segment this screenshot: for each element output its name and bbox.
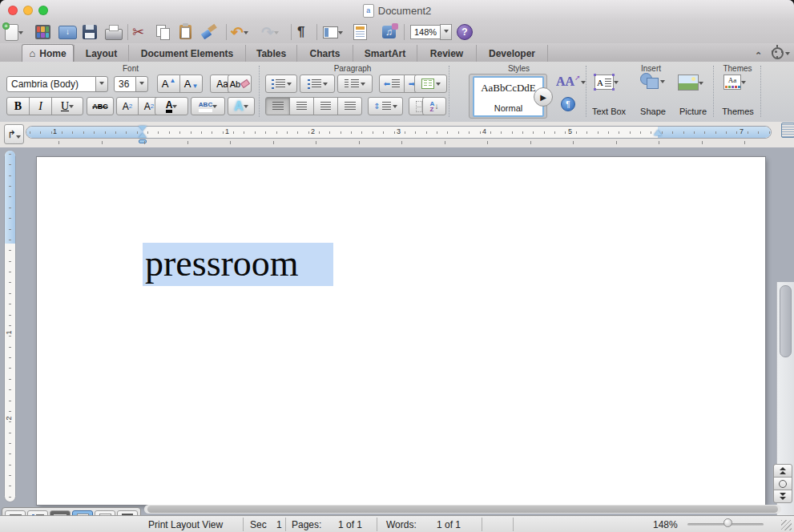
sort-button[interactable]: A Z ↓ [422, 97, 446, 115]
zoom-dropdown[interactable] [440, 24, 452, 40]
tab-developer[interactable]: Developer [476, 45, 548, 62]
media-browser-button[interactable]: ♫ [382, 22, 396, 42]
styles-expander-button[interactable]: ▶ [534, 87, 553, 107]
underline-button[interactable]: U [51, 97, 83, 115]
ruler-row: ↱ 1 1 2 3 4 5 7 [0, 122, 794, 147]
gallery-button[interactable] [35, 22, 50, 42]
collapse-ribbon-button[interactable]: ⌃ [755, 47, 762, 62]
view-mode-status[interactable]: Print Layout View [148, 516, 223, 532]
decrease-indent-button[interactable]: ⬅ [379, 75, 405, 93]
tab-tables[interactable]: Tables [245, 45, 296, 62]
cut-button[interactable]: ✂ [132, 22, 144, 42]
themes-button[interactable]: Aa [723, 75, 746, 90]
split-window-icon[interactable] [781, 123, 794, 138]
justify-button[interactable] [337, 97, 362, 115]
tab-review[interactable]: Review [417, 45, 476, 62]
font-family-value[interactable]: Cambria (Body) [6, 76, 96, 92]
zoom-percentage[interactable]: 148% [653, 516, 678, 532]
align-right-button[interactable] [313, 97, 338, 115]
superscript-button[interactable]: A2 [116, 97, 139, 115]
hanging-indent-marker[interactable] [139, 133, 147, 138]
format-painter-button[interactable] [202, 22, 216, 42]
text-effect-styles-button[interactable]: AA➚ [556, 75, 586, 89]
document-elements-button[interactable] [353, 22, 367, 42]
horizontal-ruler[interactable]: 1 1 2 3 4 5 7 [26, 126, 772, 139]
shape-button[interactable] [639, 73, 665, 89]
strikethrough-button[interactable]: ABC [87, 97, 114, 115]
ribbon-settings-button[interactable] [772, 47, 790, 59]
line-spacing-button[interactable]: ⇕ [368, 97, 403, 115]
toolbar-separator [404, 24, 405, 40]
pages-value[interactable]: 1 of 1 [338, 516, 362, 532]
font-size-value[interactable]: 36 [114, 76, 136, 92]
previous-page-button[interactable] [773, 464, 792, 478]
toolbar-separator [127, 24, 128, 40]
bullets-icon [272, 79, 274, 89]
copy-button[interactable] [156, 22, 169, 42]
save-button[interactable] [83, 22, 97, 42]
zoom-value[interactable]: 148% [410, 25, 441, 39]
manage-styles-button[interactable]: ¶ [561, 97, 575, 111]
document-page[interactable]: pressroom [37, 157, 765, 505]
next-page-button[interactable] [773, 490, 792, 503]
font-size-dropdown[interactable] [135, 76, 148, 92]
print-button[interactable] [105, 22, 123, 42]
ruler-number: 1 [225, 127, 229, 135]
bold-button[interactable]: B [6, 97, 30, 115]
grow-font-button[interactable]: A▲ [157, 75, 180, 93]
first-line-indent-marker[interactable] [139, 126, 147, 131]
sidebar-view-button[interactable] [323, 22, 343, 42]
font-color-button[interactable]: A [155, 97, 188, 115]
multilevel-list-button[interactable] [337, 75, 373, 93]
numbering-button[interactable] [300, 75, 335, 93]
tab-document-elements[interactable]: Document Elements [128, 45, 245, 62]
align-left-icon [272, 102, 284, 111]
toolbar-separator [226, 24, 227, 40]
help-button[interactable]: ? [457, 22, 473, 42]
right-indent-marker[interactable] [654, 130, 662, 135]
text-effects-button[interactable]: A [228, 97, 255, 115]
text-selection[interactable]: pressroom [143, 243, 333, 286]
text-box-button[interactable]: A [594, 75, 619, 90]
tab-layout[interactable]: Layout [74, 45, 128, 62]
words-label: Words: [386, 516, 417, 532]
select-browse-object-button[interactable] [773, 477, 792, 490]
align-left-button[interactable] [265, 97, 290, 115]
tab-home[interactable]: ⌂Home [22, 44, 74, 62]
clear-formatting-button[interactable]: Ab [228, 75, 252, 93]
italic-button[interactable]: I [29, 97, 52, 115]
align-center-button[interactable] [289, 97, 314, 115]
double-down-arrow-icon [780, 493, 786, 496]
words-value[interactable]: 1 of 1 [437, 516, 461, 532]
highlight-button[interactable]: ABC [191, 97, 225, 115]
redo-button[interactable]: ↷ [261, 22, 279, 42]
undo-button[interactable]: ↶ [231, 22, 248, 42]
shrink-font-button[interactable]: A▼ [179, 75, 203, 93]
resize-grip[interactable] [781, 520, 792, 530]
ruler-number: 2 [311, 127, 315, 135]
paste-button[interactable] [179, 22, 191, 42]
justify-icon [345, 102, 356, 111]
vertical-ruler[interactable]: 1 2 [4, 150, 16, 502]
themes-icon: Aa [723, 75, 741, 90]
zoom-slider-knob[interactable] [723, 518, 732, 527]
horizontal-scrollbar-thumb[interactable] [147, 506, 778, 513]
vertical-scrollbar-thumb[interactable] [780, 285, 792, 357]
new-document-button[interactable]: + [5, 22, 23, 42]
tab-stop-selector[interactable]: ↱ [4, 124, 24, 144]
font-size-combo[interactable]: 36 [114, 76, 148, 92]
double-up-arrow-icon [780, 467, 786, 470]
ruler-number: 4 [482, 127, 486, 135]
font-family-dropdown[interactable] [95, 76, 108, 92]
show-formatting-button[interactable]: ¶ [297, 22, 304, 42]
picture-button[interactable] [678, 75, 703, 91]
paste-icon [179, 25, 191, 39]
bullets-button[interactable] [265, 75, 297, 93]
columns-button[interactable] [414, 75, 447, 93]
tab-charts[interactable]: Charts [296, 45, 353, 62]
font-family-combo[interactable]: Cambria (Body) [6, 76, 108, 92]
open-button[interactable]: ↓ [58, 22, 77, 42]
chevron-up-icon: ⌃ [755, 50, 762, 60]
tab-smartart[interactable]: SmartArt [353, 45, 417, 62]
zoom-control[interactable]: 148% [410, 22, 452, 42]
